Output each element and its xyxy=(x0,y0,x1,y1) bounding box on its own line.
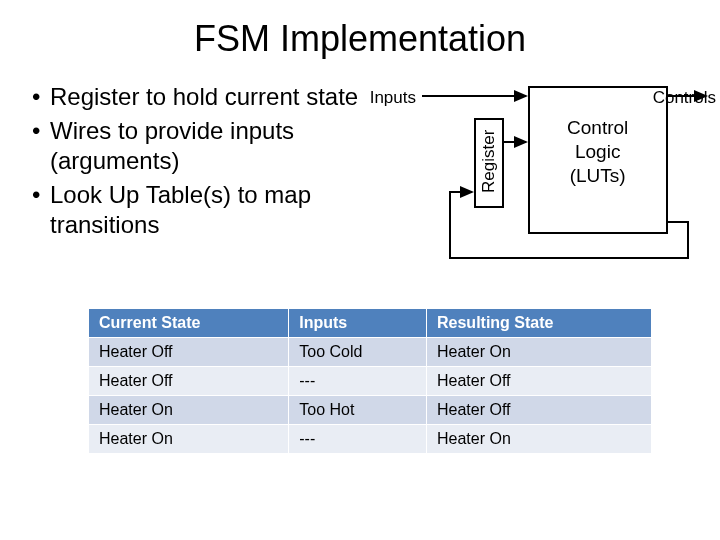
table-header-row: Current State Inputs Resulting State xyxy=(89,309,652,338)
table-row: Heater On --- Heater On xyxy=(89,425,652,454)
page-title: FSM Implementation xyxy=(28,18,692,60)
cell: Heater On xyxy=(89,425,289,454)
slide: FSM Implementation Register to hold curr… xyxy=(0,0,720,540)
cell: Heater Off xyxy=(89,367,289,396)
table-row: Heater Off Too Cold Heater On xyxy=(89,338,652,367)
cell: Heater Off xyxy=(89,338,289,367)
logic-line: Control xyxy=(530,116,666,140)
table-row: Heater On Too Hot Heater Off xyxy=(89,396,652,425)
bullet-item: Register to hold current state xyxy=(32,82,362,112)
cell: Heater Off xyxy=(427,396,652,425)
th-current-state: Current State xyxy=(89,309,289,338)
upper-section: Register to hold current state Wires to … xyxy=(28,82,692,292)
cell: Heater Off xyxy=(427,367,652,396)
fsm-diagram: Inputs Controls Register xyxy=(370,82,692,292)
cell: --- xyxy=(289,367,427,396)
register-label: Register xyxy=(474,116,504,206)
bullet-list: Register to hold current state Wires to … xyxy=(28,82,370,292)
cell: --- xyxy=(289,425,427,454)
cell: Heater On xyxy=(427,425,652,454)
cell: Too Cold xyxy=(289,338,427,367)
cell: Heater On xyxy=(89,396,289,425)
cell: Too Hot xyxy=(289,396,427,425)
control-logic-box: Control Logic (LUTs) xyxy=(528,86,668,234)
transition-table: Current State Inputs Resulting State Hea… xyxy=(88,308,652,454)
th-inputs: Inputs xyxy=(289,309,427,338)
logic-line: Logic xyxy=(530,140,666,164)
cell: Heater On xyxy=(427,338,652,367)
bullet-item: Look Up Table(s) to map transitions xyxy=(32,180,362,240)
th-resulting-state: Resulting State xyxy=(427,309,652,338)
logic-line: (LUTs) xyxy=(530,164,666,188)
table-row: Heater Off --- Heater Off xyxy=(89,367,652,396)
bullet-item: Wires to provide inputs (arguments) xyxy=(32,116,362,176)
